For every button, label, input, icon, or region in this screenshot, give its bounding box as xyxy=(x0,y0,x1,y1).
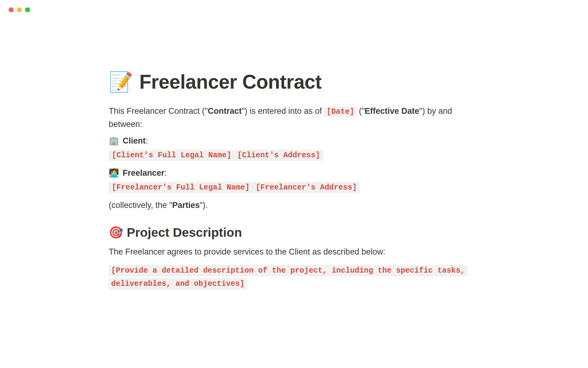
section-project-description-heading[interactable]: 🎯 Project Description xyxy=(109,225,479,240)
client-placeholder-row[interactable]: [Client's Full Legal Name][Client's Addr… xyxy=(109,148,479,163)
intro-paragraph[interactable]: This Freelancer Contract ("Contract") is… xyxy=(109,105,479,131)
maximize-window-button[interactable] xyxy=(25,7,30,12)
page-emoji-icon[interactable]: 📝 xyxy=(109,72,133,92)
freelancer-placeholder-row[interactable]: [Freelancer's Full Legal Name][Freelance… xyxy=(109,180,479,195)
target-icon: 🎯 xyxy=(109,226,123,239)
document-content: 📝 Freelancer Contract This Freelancer Co… xyxy=(90,12,498,297)
collective-suffix: "). xyxy=(200,201,208,210)
intro-text-1: This Freelancer Contract (" xyxy=(109,106,208,116)
client-address-placeholder[interactable]: [Client's Address] xyxy=(234,150,323,161)
collective-prefix: (collectively, the " xyxy=(109,201,172,210)
building-icon: 🏢 xyxy=(109,136,119,145)
technologist-icon: 🧑‍💻 xyxy=(109,168,119,178)
freelancer-label: Freelancer xyxy=(123,168,165,178)
page-title[interactable]: Freelancer Contract xyxy=(139,71,322,93)
date-placeholder[interactable]: [Date] xyxy=(324,107,356,117)
intro-text-2: ") is entered into as of xyxy=(242,106,324,116)
client-label: Client xyxy=(123,136,146,145)
client-name-placeholder[interactable]: [Client's Full Legal Name] xyxy=(109,150,234,161)
parties-bold: Parties xyxy=(172,201,200,210)
freelancer-address-placeholder[interactable]: [Freelancer's Address] xyxy=(253,182,360,193)
window-controls xyxy=(0,0,588,12)
close-window-button[interactable] xyxy=(9,7,13,12)
client-colon: : xyxy=(146,136,148,145)
freelancer-name-placeholder[interactable]: [Freelancer's Full Legal Name] xyxy=(109,182,253,193)
freelancer-label-row[interactable]: 🧑‍💻 Freelancer: xyxy=(109,168,479,178)
project-description-placeholder[interactable]: [Provide a detailed description of the p… xyxy=(109,264,479,291)
project-description-title: Project Description xyxy=(127,225,242,240)
collective-paragraph[interactable]: (collectively, the "Parties"). xyxy=(109,201,479,210)
project-description-intro[interactable]: The Freelancer agrees to provide service… xyxy=(109,247,479,257)
client-label-row[interactable]: 🏢 Client: xyxy=(109,136,479,146)
freelancer-colon: : xyxy=(164,168,167,178)
intro-contract-bold: Contract xyxy=(208,106,242,116)
minimize-window-button[interactable] xyxy=(17,7,22,12)
project-placeholder-text: [Provide a detailed description of the p… xyxy=(109,265,467,290)
page-title-row: 📝 Freelancer Contract xyxy=(109,71,479,93)
intro-effective-bold: Effective Date xyxy=(365,106,420,116)
intro-text-3: (" xyxy=(356,106,364,116)
